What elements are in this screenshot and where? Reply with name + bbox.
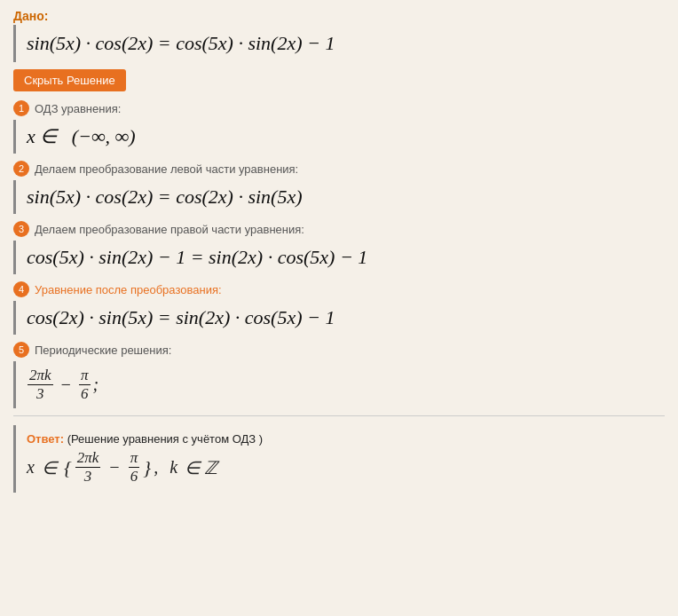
step-5-label: Периодические решения:	[35, 344, 171, 357]
step-2-formula: sin(5x) · cos(2x) = cos(2x) · sin(5x)	[27, 186, 303, 208]
step-5-number: 5	[13, 342, 29, 358]
step-5: 5 Периодические решения: 2πk 3 − π 6 ;	[13, 342, 665, 408]
step-5-formula: 2πk 3 − π 6 ;	[27, 367, 654, 403]
step-3-label: Делаем преобразование правой части уравн…	[35, 223, 304, 236]
main-equation: sin(5x) · cos(2x) = cos(5x) · sin(2x) − …	[27, 32, 335, 54]
answer-formula: x ∈ { 2πk 3 − π 6 } , k ∈ ℤ	[27, 449, 654, 486]
step-4-label: Уравнение после преобразования:	[35, 283, 222, 296]
answer-label: Ответ: (Решение уравнения с учётом ОДЗ )	[27, 432, 654, 446]
step-1-formula: x ∈ (−∞, ∞)	[27, 125, 136, 147]
step-1-number: 1	[13, 100, 29, 116]
step-3-formula: cos(5x) · sin(2x) − 1 = sin(2x) · cos(5x…	[27, 246, 367, 268]
step-4: 4 Уравнение после преобразования: cos(2x…	[13, 281, 665, 335]
step-2-number: 2	[13, 161, 29, 177]
step-2-label: Делаем преобразование левой части уравне…	[35, 162, 298, 176]
step-1-label: ОДЗ уравнения:	[35, 102, 121, 115]
step-4-formula: cos(2x) · sin(5x) = sin(2x) · cos(5x) − …	[27, 306, 335, 328]
hide-solution-button[interactable]: Скрыть Решение	[13, 69, 126, 91]
step-4-number: 4	[13, 281, 29, 297]
main-equation-box: sin(5x) · cos(2x) = cos(5x) · sin(2x) − …	[13, 25, 665, 62]
answer-section: Ответ: (Решение уравнения с учётом ОДЗ )…	[13, 425, 665, 493]
step-3: 3 Делаем преобразование правой части ура…	[13, 221, 665, 274]
step-1: 1 ОДЗ уравнения: x ∈ (−∞, ∞)	[13, 100, 665, 154]
dado-label: Дано:	[13, 9, 665, 23]
step-2: 2 Делаем преобразование левой части урав…	[13, 161, 665, 214]
step-3-number: 3	[13, 221, 29, 237]
